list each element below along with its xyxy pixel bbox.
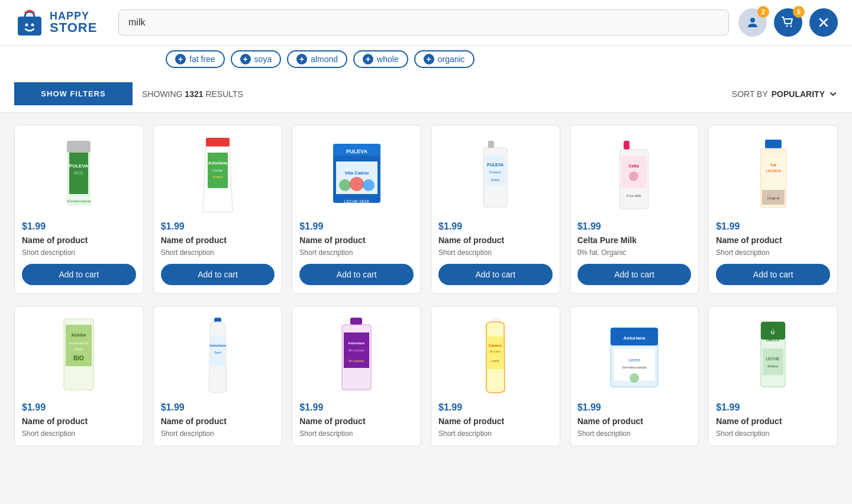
- svg-text:Lechera: Lechera: [766, 169, 780, 173]
- product-card-9: Asturiana Sin Lactosa Sin Lactosa $1.99 …: [292, 306, 421, 447]
- product-card-10: Cantero de Letur Leche $1.99 Name of pro…: [431, 306, 560, 447]
- product-price-9: $1.99: [299, 402, 323, 413]
- product-price-5: $1.99: [577, 221, 601, 232]
- product-name-11: Name of product: [577, 416, 643, 426]
- product-name-3: Name of product: [299, 235, 365, 245]
- add-to-cart-btn-6[interactable]: Add to cart: [716, 264, 830, 285]
- svg-text:entera: entera: [212, 175, 223, 179]
- product-desc-9: Short description: [299, 429, 353, 438]
- add-to-cart-btn-5[interactable]: Add to cart: [577, 264, 692, 285]
- search-input[interactable]: [118, 9, 729, 35]
- svg-text:Leche de los: Leche de los: [69, 341, 89, 345]
- user-button[interactable]: 2: [738, 8, 767, 37]
- svg-rect-0: [18, 17, 41, 35]
- add-to-cart-btn-3[interactable]: Add to cart: [299, 264, 414, 285]
- close-button[interactable]: [809, 8, 838, 37]
- product-price-11: $1.99: [577, 402, 601, 413]
- header: HAPPY STORE 2 5: [0, 0, 852, 46]
- svg-rect-9: [67, 141, 91, 153]
- svg-text:Sin Lactosa: Sin Lactosa: [348, 348, 364, 352]
- product-image-9: Asturiana Sin Lactosa Sin Lactosa: [299, 316, 414, 399]
- product-desc-1: Short description: [22, 248, 75, 257]
- product-img-asturiana: Asturiana Leche entera: [197, 138, 238, 215]
- svg-text:Asturiana: Asturiana: [348, 341, 364, 345]
- product-desc-11: Short description: [577, 429, 631, 438]
- add-to-cart-btn-1[interactable]: Add to cart: [22, 264, 136, 285]
- product-img-asturiana-bottle: Asturiana Semi: [203, 316, 233, 399]
- badge-cart: 5: [793, 6, 805, 18]
- chip-almond[interactable]: + almond: [287, 50, 347, 68]
- badge-user: 2: [757, 6, 769, 18]
- svg-text:Sin Lactosa: Sin Lactosa: [348, 359, 364, 363]
- product-name-10: Name of product: [438, 416, 504, 426]
- svg-text:Asturiana: Asturiana: [209, 344, 226, 347]
- chip-fat-free-label: fat free: [189, 54, 215, 64]
- product-price-10: $1.99: [438, 402, 462, 413]
- sort-value: POPULARITY: [772, 89, 825, 99]
- product-desc-6: Short description: [716, 248, 769, 257]
- product-img-asturiana-sinlactosa: Asturiana Sin Lactosa Sin Lactosa: [337, 316, 376, 399]
- product-image-3: PULEVA Vita Calcio LECHE SEMI: [299, 135, 414, 218]
- svg-text:PULEVA: PULEVA: [346, 148, 367, 154]
- svg-rect-30: [488, 141, 494, 148]
- chip-plus-icon: +: [175, 54, 186, 64]
- showing-suffix: RESULTS: [204, 89, 243, 99]
- chip-fat-free[interactable]: + fat free: [166, 50, 225, 68]
- svg-text:PULEVA: PULEVA: [487, 163, 504, 167]
- product-image-6: La Lechera Original: [716, 135, 830, 218]
- product-name-1: Name of product: [22, 235, 88, 245]
- chip-plus-icon: +: [240, 54, 251, 64]
- svg-point-5: [790, 25, 792, 27]
- svg-text:Celta: Celta: [629, 164, 639, 168]
- chip-almond-label: almond: [311, 54, 338, 64]
- svg-point-28: [363, 179, 375, 191]
- product-img-cantero: Cantero de Letur Leche: [479, 316, 512, 399]
- sort-prefix: SORT BY: [732, 89, 768, 99]
- svg-rect-59: [350, 318, 362, 325]
- svg-rect-36: [624, 141, 630, 150]
- cart-icon: [780, 15, 796, 30]
- results-text: SHOWING 1321 RESULTS: [142, 89, 722, 99]
- product-image-4: PULEVA Fresca Entera: [438, 135, 553, 218]
- svg-point-4: [786, 25, 788, 27]
- product-desc-4: Short description: [438, 248, 492, 257]
- svg-text:Semidesnatada: Semidesnatada: [622, 366, 647, 369]
- svg-text:Semidesnatada: Semidesnatada: [66, 199, 91, 203]
- svg-point-40: [629, 172, 638, 181]
- product-name-8: Name of product: [161, 416, 227, 426]
- product-name-2: Name of product: [161, 235, 227, 245]
- chip-whole[interactable]: + whole: [353, 50, 408, 68]
- product-name-5: Celta Pure Milk: [577, 235, 637, 245]
- chip-soya[interactable]: + soya: [231, 50, 282, 68]
- sort-selector[interactable]: SORT BY POPULARITY: [732, 89, 838, 99]
- chip-plus-icon: +: [296, 54, 307, 64]
- svg-text:Semi: Semi: [214, 351, 221, 354]
- product-card-5: Celta Pure Milk $1.99 Celta Pure Milk 0%…: [570, 125, 699, 294]
- svg-point-1: [25, 24, 28, 27]
- chip-organic-label: organic: [438, 54, 465, 64]
- product-img-asturiana-box: Asturiana Leche Semidesnatada: [608, 319, 661, 396]
- product-desc-3: Short description: [299, 248, 353, 257]
- product-card-8: Asturiana Semi $1.99 Name of product Sho…: [153, 306, 283, 447]
- product-img-puleva-eco: PULEVA ECO Semidesnatada: [55, 138, 102, 215]
- product-desc-2: Short description: [161, 248, 214, 257]
- chip-organic[interactable]: + organic: [414, 50, 475, 68]
- product-img-puleva-calcio: PULEVA Vita Calcio LECHE SEMI: [330, 138, 383, 215]
- product-price-3: $1.99: [299, 221, 323, 232]
- svg-point-76: [630, 373, 639, 383]
- product-desc-12: Short description: [716, 429, 769, 438]
- cart-button[interactable]: 5: [774, 8, 802, 37]
- chip-plus-icon: +: [363, 54, 373, 64]
- header-icons: 2 5: [738, 8, 838, 37]
- chip-plus-icon: +: [424, 54, 434, 64]
- svg-text:Leche: Leche: [491, 359, 499, 363]
- svg-text:Asturiana: Asturiana: [208, 161, 227, 165]
- show-filters-button[interactable]: SHOW FILTERS: [14, 82, 133, 105]
- svg-point-27: [350, 177, 364, 191]
- product-img-celta: Celta Pure Milk: [615, 138, 653, 215]
- svg-point-2: [31, 24, 34, 27]
- add-to-cart-btn-4[interactable]: Add to cart: [438, 264, 553, 285]
- product-name-6: Name of product: [716, 235, 782, 245]
- product-desc-8: Short description: [161, 429, 214, 438]
- add-to-cart-btn-2[interactable]: Add to cart: [161, 264, 275, 285]
